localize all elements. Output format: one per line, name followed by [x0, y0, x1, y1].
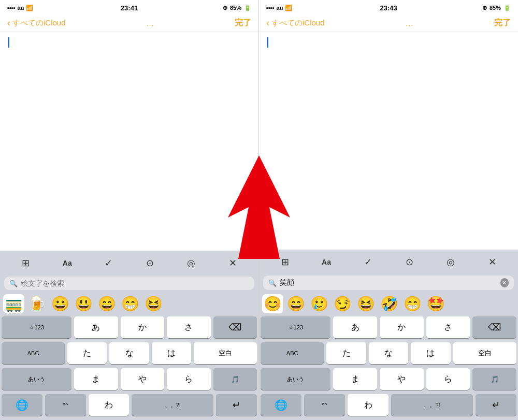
left-nav-bar: ‹ すべてのiCloud … 完了 — [0, 15, 258, 32]
right-keyboard-toolbar: ⊞ Aa ✓ ⊙ ◎ ✕ — [259, 250, 518, 273]
left-toolbar-camera[interactable]: ⊙ — [141, 255, 158, 271]
right-key-ka[interactable]: か — [380, 316, 424, 338]
left-key-a[interactable]: あ — [74, 316, 118, 338]
right-key-caret[interactable]: ^^ — [304, 394, 345, 416]
left-key-row-3: あいう ま や ら 🎵 — [2, 368, 257, 390]
right-back-label: すべてのiCloud — [271, 18, 325, 28]
left-key-space[interactable]: 空白 — [194, 342, 257, 364]
right-key-a[interactable]: あ — [333, 316, 377, 338]
right-toolbar-camera[interactable]: ⊙ — [401, 254, 418, 270]
right-key-punct[interactable]: 、。?! — [391, 394, 473, 416]
left-key-sa[interactable]: さ — [167, 316, 210, 338]
left-key-star123[interactable]: ☆123 — [2, 316, 71, 338]
right-emoji-6[interactable]: 😁 — [402, 294, 423, 313]
left-options-button[interactable]: … — [146, 19, 154, 28]
left-key-special[interactable]: 🎵 — [213, 368, 257, 390]
right-key-special[interactable]: 🎵 — [472, 368, 516, 390]
left-battery: 85% — [230, 5, 241, 11]
left-emoji-3[interactable]: 😃 — [73, 294, 94, 313]
right-key-ma[interactable]: ま — [333, 368, 377, 390]
left-key-abc[interactable]: ABC — [2, 342, 65, 364]
left-carrier: au — [18, 5, 24, 11]
left-emoji-4[interactable]: 😄 — [96, 294, 118, 313]
left-emoji-2[interactable]: 😀 — [50, 294, 71, 313]
right-status-right: ⊕ 85% 🔋 — [482, 5, 511, 11]
left-key-ya[interactable]: や — [121, 368, 164, 390]
right-key-aiueo[interactable]: あいう — [261, 368, 330, 390]
right-search-clear[interactable]: ✕ — [500, 278, 509, 287]
left-signal-icon: ▪▪▪▪ — [7, 5, 16, 11]
right-search-input[interactable] — [280, 279, 497, 287]
left-status-right: ⊕ 85% 🔋 — [223, 5, 251, 11]
left-key-ha[interactable]: は — [152, 342, 191, 364]
left-key-punct[interactable]: 、。?! — [132, 394, 213, 416]
right-emoji-0[interactable]: 😊 — [262, 294, 283, 313]
left-key-wa[interactable]: わ — [89, 394, 130, 416]
right-key-abc[interactable]: ABC — [261, 342, 324, 364]
left-toolbar-grid[interactable]: ⊞ — [18, 255, 34, 271]
left-location-icon: ⊕ — [223, 5, 227, 11]
right-key-na[interactable]: な — [369, 342, 408, 364]
left-note-area[interactable] — [0, 32, 258, 251]
right-key-ya[interactable]: や — [380, 368, 424, 390]
left-key-caret[interactable]: ^^ — [45, 394, 86, 416]
left-keyboard-toolbar: ⊞ Aa ✓ ⊙ ◎ ✕ — [0, 251, 258, 274]
right-key-ra[interactable]: ら — [426, 368, 470, 390]
right-emoji-5[interactable]: 🤣 — [379, 294, 400, 313]
right-toolbar-close[interactable]: ✕ — [484, 254, 500, 270]
right-toolbar-aa[interactable]: Aa — [318, 254, 335, 270]
left-key-enter[interactable]: ↵ — [216, 394, 257, 416]
left-keyboard-keys: ☆123 あ か さ ⌫ ABC た な は 空白 あいう ま や ら 🎵 — [0, 315, 258, 417]
right-done-button[interactable]: 完了 — [494, 18, 511, 28]
right-key-enter[interactable]: ↵ — [476, 394, 516, 416]
right-emoji-4[interactable]: 😆 — [355, 294, 377, 313]
left-back-button[interactable]: ‹ すべてのiCloud — [7, 18, 66, 28]
right-key-row-1: ☆123 あ か さ ⌫ — [261, 316, 516, 338]
left-key-backspace[interactable]: ⌫ — [213, 316, 257, 338]
left-emoji-6[interactable]: 😆 — [143, 294, 164, 313]
left-key-na[interactable]: な — [109, 342, 149, 364]
right-key-sa[interactable]: さ — [426, 316, 470, 338]
left-toolbar-check[interactable]: ✓ — [100, 255, 117, 271]
right-emoji-search[interactable]: 🔍 ✕ — [263, 276, 514, 290]
right-key-star123[interactable]: ☆123 — [261, 316, 330, 338]
left-done-button[interactable]: 完了 — [235, 18, 251, 28]
right-emoji-7[interactable]: 🤩 — [425, 294, 447, 313]
right-back-button[interactable]: ‹ すべてのiCloud — [266, 18, 325, 28]
right-toolbar-check[interactable]: ✓ — [359, 254, 376, 270]
right-emoji-3[interactable]: 😏 — [332, 294, 353, 313]
right-emoji-2[interactable]: 🥲 — [309, 294, 330, 313]
right-toolbar-grid[interactable]: ⊞ — [277, 254, 293, 270]
right-key-wa[interactable]: わ — [348, 394, 388, 416]
right-note-area[interactable] — [259, 32, 518, 250]
right-emoji-1[interactable]: 😄 — [285, 294, 307, 313]
left-emoji-0[interactable]: 🚃 — [3, 294, 24, 313]
left-toolbar-aa[interactable]: Aa — [59, 255, 76, 271]
right-options-button[interactable]: … — [405, 19, 413, 28]
right-key-space[interactable]: 空白 — [453, 342, 516, 364]
right-key-ha[interactable]: は — [411, 342, 450, 364]
left-chevron-icon: ‹ — [7, 18, 10, 28]
left-search-input[interactable] — [21, 279, 249, 287]
left-key-aiueo[interactable]: あいう — [2, 368, 71, 390]
left-key-globe[interactable]: 🌐 — [2, 394, 42, 416]
left-key-row-1: ☆123 あ か さ ⌫ — [2, 316, 257, 338]
left-emoji-5[interactable]: 😁 — [120, 294, 141, 313]
right-key-backspace[interactable]: ⌫ — [472, 316, 516, 338]
right-carrier: au — [277, 5, 283, 11]
left-toolbar-close[interactable]: ✕ — [224, 255, 241, 271]
right-location-icon: ⊕ — [482, 5, 487, 11]
left-wifi-icon: 📶 — [26, 5, 33, 11]
right-keyboard-keys: ☆123 あ か さ ⌫ ABC た な は 空白 あいう ま や ら 🎵 — [259, 315, 518, 417]
left-toolbar-compass[interactable]: ◎ — [183, 255, 199, 271]
left-key-ra[interactable]: ら — [167, 368, 210, 390]
left-key-ka[interactable]: か — [121, 316, 164, 338]
left-key-ta[interactable]: た — [67, 342, 107, 364]
left-emoji-search[interactable]: 🔍 — [4, 277, 254, 290]
right-key-ta[interactable]: た — [326, 342, 366, 364]
right-toolbar-compass[interactable]: ◎ — [442, 254, 459, 270]
left-emoji-1[interactable]: 🍺 — [26, 294, 48, 313]
left-key-ma[interactable]: ま — [74, 368, 118, 390]
left-phone-panel: ▪▪▪▪ au 📶 23:41 ⊕ 85% 🔋 ‹ すべてのiCloud … 完… — [0, 0, 259, 420]
right-key-globe[interactable]: 🌐 — [261, 394, 301, 416]
